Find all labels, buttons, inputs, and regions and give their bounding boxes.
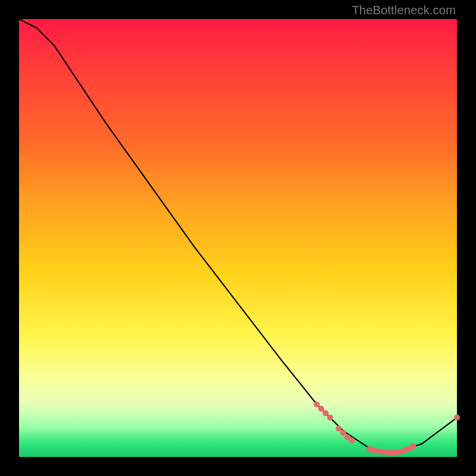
data-marker — [327, 415, 333, 421]
data-marker — [322, 410, 328, 416]
plot-area — [19, 19, 457, 457]
data-marker — [318, 406, 324, 412]
chart-svg — [19, 19, 457, 457]
data-marker — [336, 425, 342, 431]
marker-group — [314, 402, 461, 456]
bottleneck-curve — [19, 19, 457, 453]
data-marker — [410, 443, 416, 449]
data-marker — [340, 430, 346, 436]
data-marker — [454, 415, 460, 421]
chart-frame: TheBottleneck.com — [0, 0, 476, 476]
data-marker — [314, 402, 320, 408]
watermark-text: TheBottleneck.com — [352, 4, 456, 17]
data-marker — [349, 437, 355, 443]
